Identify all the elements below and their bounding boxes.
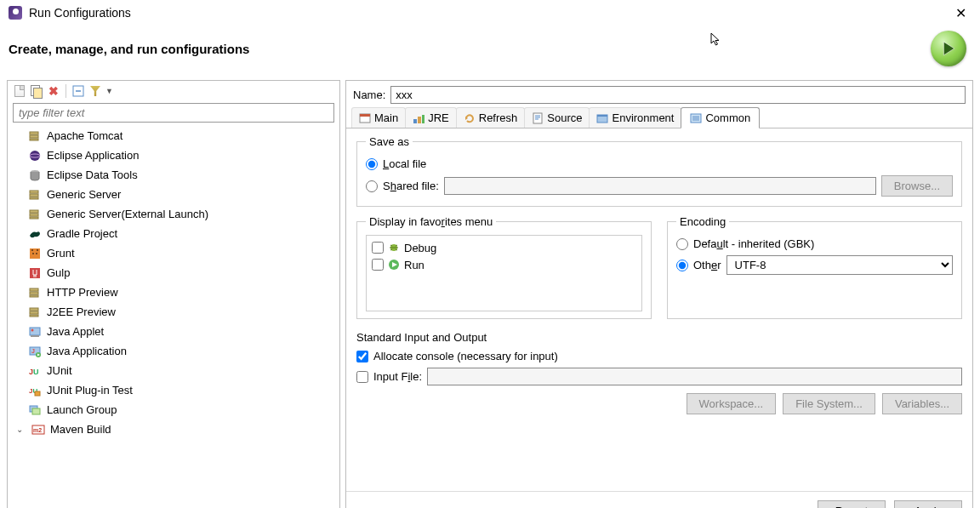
encoding-other-radio[interactable] xyxy=(676,260,688,271)
jre-icon xyxy=(413,112,424,124)
environment-icon xyxy=(596,112,608,124)
svg-rect-50 xyxy=(597,115,607,117)
favorites-list: DebugRun xyxy=(366,235,642,311)
tree-item[interactable]: Apache Tomcat xyxy=(9,126,338,146)
tree-item[interactable]: Launch Group xyxy=(9,400,338,420)
tree-item[interactable]: HTTP Preview xyxy=(9,283,338,302)
tab-label: Main xyxy=(374,111,398,124)
tree-item[interactable]: J2EE Preview xyxy=(9,302,338,322)
tree-item[interactable]: JUJUnit Plug-in Test xyxy=(9,380,338,400)
tree-item[interactable]: Generic Server(External Launch) xyxy=(9,204,338,224)
toolbar-separator xyxy=(66,84,66,98)
tab-common[interactable]: Common xyxy=(681,107,760,128)
svg-text:m2: m2 xyxy=(33,427,42,433)
svg-point-17 xyxy=(36,253,37,254)
tree-item[interactable]: Eclipse Data Tools xyxy=(9,165,338,185)
favorite-checkbox[interactable] xyxy=(372,242,384,254)
tree-item[interactable]: Gradle Project xyxy=(9,224,338,243)
tree-item[interactable]: Grunt xyxy=(9,243,338,263)
svg-rect-19 xyxy=(30,288,38,291)
grunt-icon xyxy=(28,247,42,260)
chevron-icon[interactable]: ⌄ xyxy=(16,420,26,438)
svg-text:J: J xyxy=(31,348,35,354)
svg-rect-42 xyxy=(418,117,421,123)
encoding-legend: Encoding xyxy=(676,215,729,228)
server-icon xyxy=(28,305,42,319)
tree-item[interactable]: Java Applet xyxy=(9,322,338,341)
svg-point-16 xyxy=(32,253,34,254)
input-file-checkbox[interactable] xyxy=(356,371,368,383)
svg-rect-20 xyxy=(30,292,38,294)
tab-refresh[interactable]: Refresh xyxy=(456,107,526,128)
input-file-label: Input File: xyxy=(373,370,422,383)
tree-item-label: Grunt xyxy=(47,244,75,262)
debug-icon xyxy=(387,241,401,254)
svg-rect-23 xyxy=(30,311,38,314)
tab-label: JRE xyxy=(428,111,449,124)
shared-file-radio[interactable] xyxy=(366,180,378,192)
tree-item[interactable]: Eclipse Application xyxy=(9,146,338,165)
svg-rect-12 xyxy=(30,210,38,213)
svg-rect-25 xyxy=(30,328,40,335)
favorite-label: Run xyxy=(404,259,424,271)
gulp-icon xyxy=(28,266,42,280)
shared-file-input[interactable] xyxy=(444,177,876,195)
tab-source[interactable]: Source xyxy=(524,107,590,128)
favorite-item: Debug xyxy=(372,239,636,256)
tree-item-label: J2EE Preview xyxy=(47,303,116,321)
svg-rect-41 xyxy=(413,119,417,123)
workspace-button[interactable]: Workspace... xyxy=(687,393,777,414)
encoding-default-radio[interactable] xyxy=(676,238,688,250)
delete-config-icon[interactable]: ✖ xyxy=(47,84,60,98)
filesystem-button[interactable]: File System... xyxy=(783,393,875,414)
svg-rect-24 xyxy=(30,315,38,317)
name-input[interactable] xyxy=(390,86,966,104)
close-icon[interactable]: ✕ xyxy=(950,5,971,21)
tree-item-label: Gulp xyxy=(47,264,70,282)
tree-item-label: Java Applet xyxy=(47,322,104,340)
dropdown-arrow-icon[interactable]: ▼ xyxy=(105,87,113,95)
duplicate-config-icon[interactable] xyxy=(30,84,43,98)
collapse-all-icon[interactable] xyxy=(71,84,85,98)
tree-item-label: Eclipse Application xyxy=(47,146,139,164)
maven-icon: m2 xyxy=(31,423,45,437)
tree-item[interactable]: Gulp xyxy=(9,263,338,283)
titlebar: Run Configurations ✕ xyxy=(0,0,980,26)
left-toolbar: ✖ ▼ xyxy=(8,81,339,101)
input-file-input[interactable] xyxy=(427,368,962,385)
favorite-checkbox[interactable] xyxy=(372,259,384,271)
tab-environment[interactable]: Environment xyxy=(589,107,681,128)
variables-button[interactable]: Variables... xyxy=(882,393,962,414)
left-panel: ✖ ▼ Apache TomcatEclipse ApplicationEcli… xyxy=(7,80,340,508)
local-file-label: Local file xyxy=(383,157,426,170)
new-config-icon[interactable] xyxy=(13,84,26,98)
svg-rect-36 xyxy=(32,408,40,414)
tab-main[interactable]: Main xyxy=(351,107,406,128)
window-title: Run Configurations xyxy=(29,6,131,20)
tree-item-label: Gradle Project xyxy=(47,225,117,243)
tree-item[interactable]: Generic Server xyxy=(9,185,338,204)
tree-item[interactable]: JUJUnit xyxy=(9,361,338,380)
svg-rect-34 xyxy=(35,391,40,396)
encoding-combo[interactable]: UTF-8 xyxy=(726,255,953,275)
filter-input[interactable] xyxy=(13,103,334,123)
svg-rect-11 xyxy=(30,197,38,199)
launch-group-icon xyxy=(28,403,42,417)
tree-item[interactable]: ⌄m2Maven Build xyxy=(9,420,338,439)
java-icon: J xyxy=(28,345,42,358)
allocate-console-checkbox[interactable] xyxy=(356,351,368,362)
svg-rect-4 xyxy=(30,135,38,138)
config-tree[interactable]: Apache TomcatEclipse ApplicationEclipse … xyxy=(9,124,338,508)
tree-item[interactable]: JJava Application xyxy=(9,341,338,361)
tab-jre[interactable]: JRE xyxy=(405,107,457,128)
favorites-group: Display in favorites menu DebugRun xyxy=(356,215,652,319)
svg-rect-18 xyxy=(30,268,40,278)
filter-icon[interactable] xyxy=(88,84,102,98)
revert-button[interactable]: Revert xyxy=(818,500,886,508)
local-file-radio[interactable] xyxy=(366,158,378,170)
save-as-group: Save as Local file Shared file: Browse..… xyxy=(356,135,962,207)
svg-point-26 xyxy=(31,328,34,331)
apply-button[interactable]: Apply xyxy=(894,500,962,508)
browse-button[interactable]: Browse... xyxy=(881,175,953,197)
name-label: Name: xyxy=(353,88,385,101)
